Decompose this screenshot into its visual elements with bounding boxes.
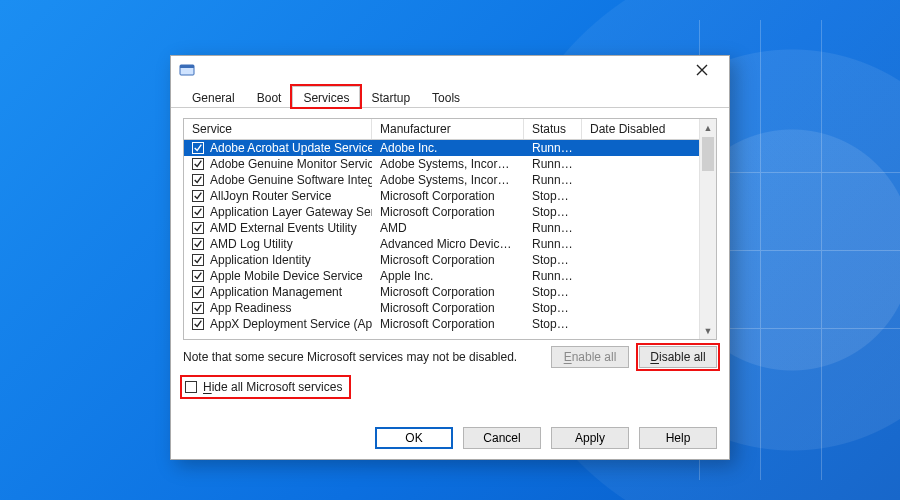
- help-button[interactable]: Help: [639, 427, 717, 449]
- service-name: App Readiness: [210, 301, 291, 315]
- checkbox-icon[interactable]: [192, 270, 204, 282]
- service-name: AllJoyn Router Service: [210, 189, 331, 203]
- status: Running: [524, 157, 582, 171]
- status: Running: [524, 221, 582, 235]
- svg-rect-1: [180, 65, 194, 68]
- service-name: AMD External Events Utility: [210, 221, 357, 235]
- service-name: Application Layer Gateway Service: [210, 205, 372, 219]
- tab-tools[interactable]: Tools: [421, 86, 471, 108]
- table-row[interactable]: AllJoyn Router ServiceMicrosoft Corporat…: [184, 188, 716, 204]
- status: Stopped: [524, 205, 582, 219]
- checkbox-icon[interactable]: [192, 238, 204, 250]
- hide-microsoft-checkbox[interactable]: Hide all Microsoft services: [183, 378, 348, 396]
- checkbox-icon[interactable]: [192, 142, 204, 154]
- checkbox-icon[interactable]: [192, 318, 204, 330]
- service-name: AMD Log Utility: [210, 237, 293, 251]
- service-name: Adobe Genuine Monitor Service: [210, 157, 372, 171]
- manufacturer: Microsoft Corporation: [372, 285, 524, 299]
- col-manufacturer[interactable]: Manufacturer: [372, 119, 524, 139]
- checkbox-icon[interactable]: [192, 222, 204, 234]
- tab-strip: General Boot Services Startup Tools: [171, 84, 729, 108]
- service-name: Apple Mobile Device Service: [210, 269, 363, 283]
- app-icon: [179, 62, 195, 78]
- service-name: Application Identity: [210, 253, 311, 267]
- status: Stopped: [524, 189, 582, 203]
- titlebar[interactable]: [171, 56, 729, 84]
- manufacturer: Adobe Systems, Incorpora...: [372, 173, 524, 187]
- checkbox-icon[interactable]: [192, 286, 204, 298]
- manufacturer: Adobe Inc.: [372, 141, 524, 155]
- table-row[interactable]: Application IdentityMicrosoft Corporatio…: [184, 252, 716, 268]
- checkbox-icon[interactable]: [185, 381, 197, 393]
- table-row[interactable]: AMD External Events UtilityAMDRunning: [184, 220, 716, 236]
- manufacturer: Microsoft Corporation: [372, 301, 524, 315]
- msconfig-dialog: General Boot Services Startup Tools Serv…: [170, 55, 730, 460]
- status: Running: [524, 141, 582, 155]
- status: Stopped: [524, 317, 582, 331]
- checkbox-icon[interactable]: [192, 254, 204, 266]
- service-name: AppX Deployment Service (AppX...: [210, 317, 372, 331]
- table-row[interactable]: AMD Log UtilityAdvanced Micro Devices, I…: [184, 236, 716, 252]
- checkbox-icon[interactable]: [192, 190, 204, 202]
- close-button[interactable]: [685, 59, 719, 81]
- tab-services[interactable]: Services: [292, 86, 360, 108]
- scroll-down-icon[interactable]: ▼: [700, 322, 716, 339]
- scroll-up-icon[interactable]: ▲: [700, 119, 716, 136]
- desktop-background: General Boot Services Startup Tools Serv…: [0, 0, 900, 500]
- manufacturer: AMD: [372, 221, 524, 235]
- checkbox-icon[interactable]: [192, 302, 204, 314]
- enable-all-button[interactable]: Enable all: [551, 346, 629, 368]
- table-row[interactable]: Adobe Acrobat Update ServiceAdobe Inc.Ru…: [184, 140, 716, 156]
- column-headers[interactable]: Service Manufacturer Status Date Disable…: [184, 119, 716, 140]
- status: Stopped: [524, 285, 582, 299]
- checkbox-icon[interactable]: [192, 206, 204, 218]
- disable-all-button[interactable]: Disable all: [639, 346, 717, 368]
- table-row[interactable]: Adobe Genuine Monitor ServiceAdobe Syste…: [184, 156, 716, 172]
- status: Running: [524, 173, 582, 187]
- service-name: Application Management: [210, 285, 342, 299]
- scrollbar[interactable]: ▲ ▼: [699, 119, 716, 339]
- service-name: Adobe Acrobat Update Service: [210, 141, 372, 155]
- ok-button[interactable]: OK: [375, 427, 453, 449]
- table-row[interactable]: Application ManagementMicrosoft Corporat…: [184, 284, 716, 300]
- manufacturer: Microsoft Corporation: [372, 317, 524, 331]
- status: Stopped: [524, 301, 582, 315]
- tab-boot[interactable]: Boot: [246, 86, 293, 108]
- status: Running: [524, 237, 582, 251]
- status: Running: [524, 269, 582, 283]
- tab-general[interactable]: General: [181, 86, 246, 108]
- services-listview[interactable]: Service Manufacturer Status Date Disable…: [183, 118, 717, 340]
- manufacturer: Apple Inc.: [372, 269, 524, 283]
- table-row[interactable]: Adobe Genuine Software Integri...Adobe S…: [184, 172, 716, 188]
- manufacturer: Microsoft Corporation: [372, 189, 524, 203]
- hide-microsoft-label: Hide all Microsoft services: [203, 380, 342, 394]
- checkbox-icon[interactable]: [192, 174, 204, 186]
- table-row[interactable]: App ReadinessMicrosoft CorporationStoppe…: [184, 300, 716, 316]
- col-date-disabled[interactable]: Date Disabled: [582, 119, 716, 139]
- table-row[interactable]: AppX Deployment Service (AppX...Microsof…: [184, 316, 716, 332]
- service-name: Adobe Genuine Software Integri...: [210, 173, 372, 187]
- scroll-thumb[interactable]: [702, 137, 714, 171]
- manufacturer: Adobe Systems, Incorpora...: [372, 157, 524, 171]
- col-status[interactable]: Status: [524, 119, 582, 139]
- table-row[interactable]: Application Layer Gateway ServiceMicroso…: [184, 204, 716, 220]
- table-row[interactable]: Apple Mobile Device ServiceApple Inc.Run…: [184, 268, 716, 284]
- checkbox-icon[interactable]: [192, 158, 204, 170]
- manufacturer: Microsoft Corporation: [372, 253, 524, 267]
- status: Stopped: [524, 253, 582, 267]
- dialog-footer: OK Cancel Apply Help: [171, 417, 729, 459]
- cancel-button[interactable]: Cancel: [463, 427, 541, 449]
- note-text: Note that some secure Microsoft services…: [183, 350, 517, 364]
- col-service[interactable]: Service: [184, 119, 372, 139]
- apply-button[interactable]: Apply: [551, 427, 629, 449]
- tab-startup[interactable]: Startup: [360, 86, 421, 108]
- manufacturer: Microsoft Corporation: [372, 205, 524, 219]
- manufacturer: Advanced Micro Devices, I...: [372, 237, 524, 251]
